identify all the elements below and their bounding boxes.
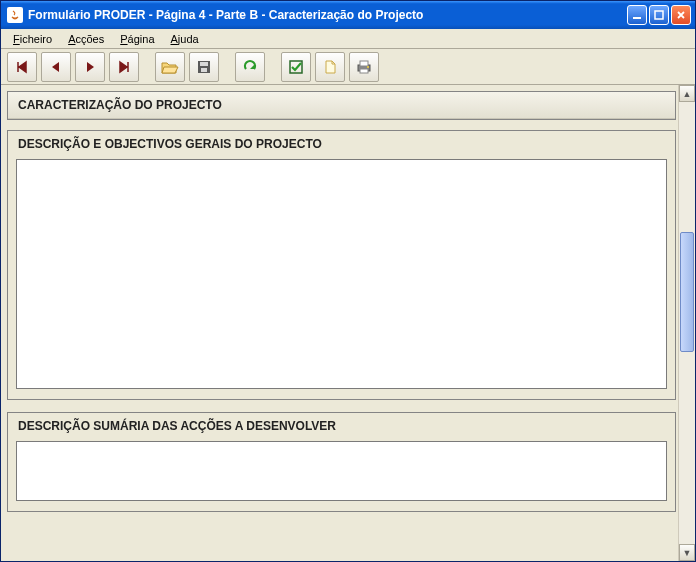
scroll-up-button[interactable]: ▲ (679, 85, 695, 102)
svg-point-9 (367, 66, 369, 68)
checkbox-check-icon (288, 59, 304, 75)
java-icon (7, 7, 23, 23)
nav-last-button[interactable] (109, 52, 139, 82)
scroll-down-button[interactable]: ▼ (679, 544, 695, 561)
menu-label: Página (120, 33, 154, 45)
menu-ajuda[interactable]: Ajuda (163, 31, 207, 47)
folder-open-icon (161, 59, 179, 75)
svg-rect-8 (360, 69, 368, 73)
redo-arrow-icon (242, 59, 258, 75)
vertical-scrollbar[interactable]: ▲ ▼ (678, 85, 695, 561)
nav-next-button[interactable] (75, 52, 105, 82)
scroll-track[interactable] (679, 102, 695, 544)
section-title: DESCRIÇÃO E OBJECTIVOS GERAIS DO PROJECT… (8, 131, 675, 157)
page-icon (322, 59, 338, 75)
refresh-button[interactable] (235, 52, 265, 82)
main-panel: CARACTERIZAÇÃO DO PROJECTO (7, 91, 676, 120)
window-title: Formulário PRODER - Página 4 - Parte B -… (28, 8, 627, 22)
section-descricao-accoes: DESCRIÇÃO SUMÁRIA DAS ACÇÕES A DESENVOLV… (7, 412, 676, 512)
content-area: CARACTERIZAÇÃO DO PROJECTO DESCRIÇÃO E O… (1, 85, 695, 561)
panel-title: CARACTERIZAÇÃO DO PROJECTO (8, 92, 675, 119)
menu-label: Acções (68, 33, 104, 45)
menu-label: Ajuda (171, 33, 199, 45)
maximize-button[interactable] (649, 5, 669, 25)
new-page-button[interactable] (315, 52, 345, 82)
floppy-icon (196, 59, 212, 75)
nav-prev-button[interactable] (41, 52, 71, 82)
section-title: DESCRIÇÃO SUMÁRIA DAS ACÇÕES A DESENVOLV… (8, 413, 675, 439)
validate-button[interactable] (281, 52, 311, 82)
menu-pagina[interactable]: Página (112, 31, 162, 47)
svg-rect-0 (633, 17, 641, 19)
print-button[interactable] (349, 52, 379, 82)
svg-rect-3 (200, 62, 208, 66)
close-button[interactable] (671, 5, 691, 25)
descricao-accoes-textarea[interactable] (16, 441, 667, 501)
nav-first-button[interactable] (7, 52, 37, 82)
printer-icon (355, 59, 373, 75)
window-buttons (627, 5, 691, 25)
menu-accoes[interactable]: Acções (60, 31, 112, 47)
menubar: Ficheiro Acções Página Ajuda (1, 29, 695, 49)
open-button[interactable] (155, 52, 185, 82)
menu-ficheiro[interactable]: Ficheiro (5, 31, 60, 47)
toolbar (1, 49, 695, 85)
descricao-objectivos-textarea[interactable] (16, 159, 667, 389)
scroll-pane: CARACTERIZAÇÃO DO PROJECTO DESCRIÇÃO E O… (1, 85, 678, 561)
svg-rect-7 (360, 61, 368, 66)
save-button[interactable] (189, 52, 219, 82)
menu-label: Ficheiro (13, 33, 52, 45)
titlebar: Formulário PRODER - Página 4 - Parte B -… (1, 1, 695, 29)
minimize-button[interactable] (627, 5, 647, 25)
section-descricao-objectivos: DESCRIÇÃO E OBJECTIVOS GERAIS DO PROJECT… (7, 130, 676, 400)
scroll-thumb[interactable] (680, 232, 694, 352)
svg-rect-1 (655, 11, 663, 19)
svg-rect-4 (201, 68, 207, 72)
